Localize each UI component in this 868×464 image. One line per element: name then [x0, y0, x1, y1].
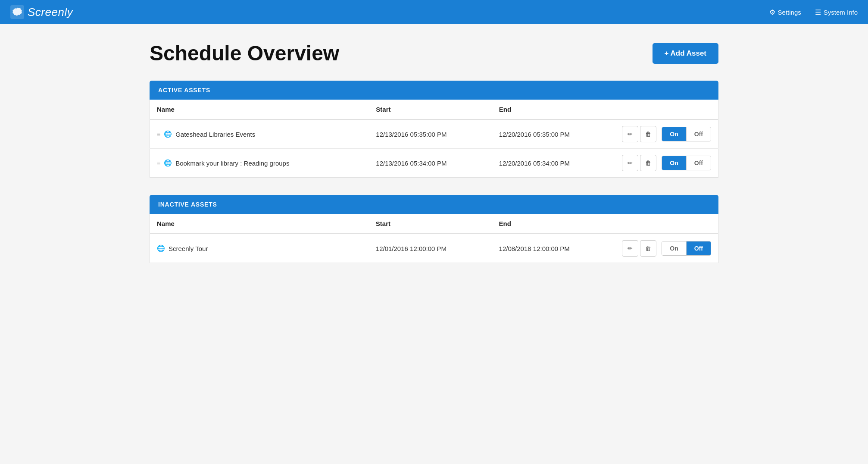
gear-icon: ⚙	[769, 8, 775, 16]
pencil-icon: ✏	[628, 131, 633, 138]
inactive-col-start: Start	[369, 214, 492, 234]
delete-button[interactable]: 🗑	[640, 155, 656, 171]
page-title: Schedule Overview	[150, 41, 339, 65]
settings-nav-item[interactable]: ⚙ Settings	[769, 8, 801, 16]
asset-name-cell: 🌐 Screenly Tour	[157, 245, 362, 252]
active-col-name: Name	[150, 100, 369, 119]
globe-icon: 🌐	[164, 130, 172, 138]
delete-button[interactable]: 🗑	[640, 240, 656, 257]
system-info-label: System Info	[824, 9, 858, 16]
toggle-off-button[interactable]: Off	[687, 127, 711, 141]
status-toggle: On Off	[662, 241, 711, 256]
action-buttons: ✏ 🗑 On Off	[622, 155, 711, 171]
pencil-icon: ✏	[628, 245, 633, 252]
settings-label: Settings	[778, 9, 801, 16]
inactive-col-actions	[615, 214, 718, 234]
active-col-end: End	[492, 100, 615, 119]
asset-end: 12/20/2016 05:35:00 PM	[492, 119, 615, 149]
pencil-icon: ✏	[628, 160, 633, 166]
active-col-start: Start	[369, 100, 492, 119]
active-table-header-row: Name Start End	[150, 100, 718, 119]
edit-button[interactable]: ✏	[622, 126, 638, 142]
trash-icon: 🗑	[645, 245, 651, 252]
toggle-off-button[interactable]: Off	[687, 156, 711, 170]
inactive-col-name: Name	[150, 214, 369, 234]
page-header: Schedule Overview + Add Asset	[150, 41, 718, 65]
app-header: Screenly ⚙ Settings ☰ System Info	[0, 0, 868, 24]
table-row: 🌐 Screenly Tour 12/01/2016 12:00:00 PM12…	[150, 234, 718, 263]
inactive-col-end: End	[492, 214, 615, 234]
system-info-nav-item[interactable]: ☰ System Info	[815, 8, 858, 16]
asset-name: Bookmark your library : Reading groups	[175, 160, 289, 167]
active-assets-table: Name Start End ≡ 🌐 Gateshead Libraries E…	[150, 100, 718, 178]
asset-start: 12/13/2016 05:34:00 PM	[369, 149, 492, 178]
logo-text: Screenly	[28, 6, 73, 19]
inactive-table-header-row: Name Start End	[150, 214, 718, 234]
asset-name: Gateshead Libraries Events	[175, 131, 255, 138]
trash-icon: 🗑	[645, 160, 651, 166]
delete-button[interactable]: 🗑	[640, 126, 656, 142]
main-content: Schedule Overview + Add Asset Active Ass…	[132, 24, 736, 298]
globe-icon: 🌐	[157, 245, 165, 252]
action-buttons: ✏ 🗑 On Off	[622, 240, 711, 257]
table-row: ≡ 🌐 Gateshead Libraries Events 12/13/201…	[150, 119, 718, 149]
toggle-off-button[interactable]: Off	[687, 241, 711, 255]
active-assets-header: Active Assets	[150, 81, 718, 100]
add-asset-button[interactable]: + Add Asset	[653, 43, 718, 64]
drag-handle-icon[interactable]: ≡	[157, 160, 160, 166]
active-assets-section: Active Assets Name Start End ≡ 🌐 Gateshe…	[150, 81, 718, 178]
toggle-on-button[interactable]: On	[662, 156, 686, 170]
asset-end: 12/20/2016 05:34:00 PM	[492, 149, 615, 178]
inactive-assets-header: Inactive Assets	[150, 195, 718, 214]
logo-icon	[10, 5, 24, 19]
asset-start: 12/01/2016 12:00:00 PM	[369, 234, 492, 263]
drag-handle-icon[interactable]: ≡	[157, 131, 160, 138]
table-row: ≡ 🌐 Bookmark your library : Reading grou…	[150, 149, 718, 178]
action-buttons: ✏ 🗑 On Off	[622, 126, 711, 142]
active-col-actions	[615, 100, 718, 119]
edit-button[interactable]: ✏	[622, 240, 638, 257]
status-toggle: On Off	[662, 127, 711, 141]
edit-button[interactable]: ✏	[622, 155, 638, 171]
asset-start: 12/13/2016 05:35:00 PM	[369, 119, 492, 149]
status-toggle: On Off	[662, 156, 711, 170]
inactive-assets-section: Inactive Assets Name Start End 🌐 Screenl…	[150, 195, 718, 263]
inactive-assets-table: Name Start End 🌐 Screenly Tour 12/01/201…	[150, 214, 718, 263]
globe-icon: 🌐	[164, 159, 172, 167]
asset-end: 12/08/2018 12:00:00 PM	[492, 234, 615, 263]
header-nav: ⚙ Settings ☰ System Info	[769, 8, 858, 16]
logo: Screenly	[10, 5, 73, 19]
toggle-on-button[interactable]: On	[662, 127, 686, 141]
trash-icon: 🗑	[645, 131, 651, 138]
asset-name: Screenly Tour	[169, 245, 208, 252]
toggle-on-button[interactable]: On	[662, 241, 686, 255]
list-icon: ☰	[815, 8, 821, 16]
asset-name-cell: ≡ 🌐 Gateshead Libraries Events	[157, 130, 362, 138]
asset-name-cell: ≡ 🌐 Bookmark your library : Reading grou…	[157, 159, 362, 167]
